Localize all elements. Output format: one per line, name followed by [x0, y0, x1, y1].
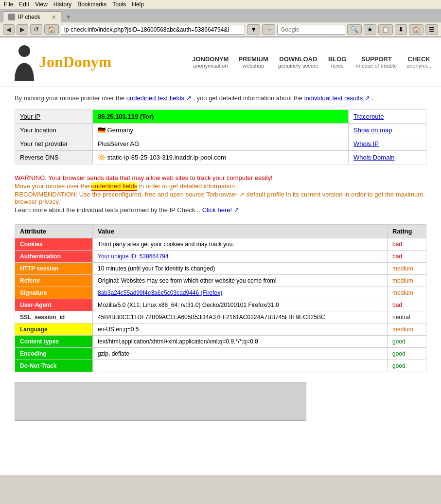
nav-jondonym-sub: anonymisation — [192, 63, 229, 69]
nav-check[interactable]: CHECK anonymi... — [406, 55, 431, 69]
menu-file[interactable]: File — [4, 1, 13, 8]
download-button[interactable]: ⬇ — [395, 24, 407, 35]
dropdown-button[interactable]: ▼ — [247, 24, 260, 35]
attr-name-cell: Authentication — [15, 251, 93, 263]
your-ip-value: 85.25.103.119 (Tor) — [93, 110, 349, 124]
nav-download[interactable]: DOWNLOAD genuinely secure — [278, 55, 318, 69]
logo-figure — [10, 42, 39, 81]
table-row: Languageen-US,en;q=0.5medium — [15, 324, 426, 336]
location-value: 🇩🇪 Germany — [93, 124, 349, 137]
attr-value-cell — [93, 360, 388, 372]
traceroute-link[interactable]: Traceroute — [349, 110, 426, 124]
attr-value-cell: gzip, deflate — [93, 348, 388, 360]
table-row: Encodinggzip, deflategood — [15, 348, 426, 360]
warning-line2: Move your mouse over the underlined fiel… — [15, 182, 426, 190]
attr-value-cell: Mozilla/5.0 (X11; Linux x86_64; rv:31.0)… — [93, 299, 388, 311]
search-engine-button[interactable]: 🔍 — [347, 24, 362, 35]
bookmark-manager-button[interactable]: 📋 — [378, 24, 393, 35]
location-label: Your location — [15, 124, 93, 137]
attr-value-cell[interactable]: 8ab3a24c55ad99f4e3a6e5c03cad9446 (Firefo… — [93, 287, 388, 299]
attr-table: Attribute Value Rating CookiesThird part… — [15, 224, 426, 372]
refresh-button[interactable]: ↺ — [30, 24, 42, 35]
attr-name-cell: Signature — [15, 287, 93, 299]
forward-button[interactable]: ▶ — [17, 24, 28, 35]
attr-value-cell: 45B4BB0CC11DF72B09AC1EA605B53D4A37FF2161… — [93, 311, 388, 324]
warning-before: Move your mouse over the — [15, 182, 91, 190]
click-here-link[interactable]: Click here! ↗ — [202, 206, 239, 214]
attr-rating-cell: good — [388, 360, 426, 372]
whois-ip-link[interactable]: Whois IP — [349, 137, 426, 151]
nav-support-sub: in case of trouble — [356, 63, 397, 69]
browser-tab[interactable]: IP check ✕ — [3, 11, 61, 22]
attr-value-cell: Third party sites get your cookies and m… — [93, 238, 388, 251]
table-row: SSL_session_id45B4BB0CC11DF72B09AC1EA605… — [15, 311, 426, 324]
table-row: Signature8ab3a24c55ad99f4e3a6e5c03cad944… — [15, 287, 426, 299]
menu-button[interactable]: ☰ — [425, 24, 438, 35]
whois-domain-link[interactable]: Whois Domain — [349, 151, 426, 164]
nav-download-sub: genuinely secure — [278, 63, 318, 69]
home-button[interactable]: 🏠 — [44, 24, 59, 35]
attr-rating-cell: medium — [388, 275, 426, 287]
logo-area: JonDonym — [10, 42, 111, 81]
info-section: By moving your mouse pointer over the un… — [0, 87, 441, 109]
provider-label: Your net provider — [15, 137, 93, 151]
logo-text: JonDonym — [39, 53, 111, 71]
svg-point-0 — [18, 45, 30, 57]
nav-support[interactable]: SUPPORT in case of trouble — [356, 55, 397, 69]
go-button[interactable]: → — [262, 24, 275, 35]
menu-tools[interactable]: Tools — [112, 1, 126, 8]
nav-blog[interactable]: BLOG news — [328, 55, 347, 69]
tab-favicon — [8, 14, 15, 20]
site-header: JonDonym JONDONYM anonymisation PREMIUM … — [0, 37, 441, 87]
info-middle: , you get detailed information about the — [193, 94, 304, 102]
individual-results-link[interactable]: individual test results ↗ — [304, 94, 370, 102]
tab-bar: IP check ✕ + — [0, 9, 441, 22]
info-after: . — [372, 94, 374, 102]
menu-view[interactable]: View — [35, 1, 48, 8]
attr-name-cell: SSL_session_id — [15, 311, 93, 324]
menu-history[interactable]: History — [53, 1, 71, 8]
logo-silhouette — [10, 42, 39, 81]
reverse-dns-value: 🔆 static-ip-85-25-103-319.inaddr.ip-pool… — [93, 151, 349, 164]
warning-after: in order to get detailed information. — [139, 182, 237, 190]
table-row: AuthenticationYour unique ID: 538664794b… — [15, 251, 426, 263]
nav-jondonym[interactable]: JONDONYM anonymisation — [192, 55, 229, 69]
table-row: HTTP session10 minutes (until your Tor i… — [15, 263, 426, 275]
attr-rating-cell: medium — [388, 263, 426, 275]
url-input[interactable] — [61, 25, 245, 35]
site-nav: JONDONYM anonymisation PREMIUM webshop D… — [192, 55, 431, 69]
home-nav-button[interactable]: 🏠 — [409, 24, 423, 35]
attr-rating-cell: medium — [388, 287, 426, 299]
table-row: Do-Not-Trackgood — [15, 360, 426, 372]
menu-bookmarks[interactable]: Bookmarks — [77, 1, 106, 8]
torbrowser-link[interactable]: Torbrowser ↗ — [206, 191, 245, 198]
underlined-fields-link[interactable]: underlined text fields ↗ — [126, 94, 192, 102]
new-tab-button[interactable]: + — [63, 12, 73, 22]
learn-more-text: Learn more about the individual tests pe… — [15, 206, 426, 214]
table-row: User-AgentMozilla/5.0 (X11; Linux x86_64… — [15, 299, 426, 311]
menu-edit[interactable]: Edit — [19, 1, 29, 8]
tab-close-button[interactable]: ✕ — [52, 14, 56, 20]
nav-blog-sub: news — [328, 63, 347, 69]
attr-rating-cell: bad — [388, 238, 426, 251]
menu-help[interactable]: Help — [132, 1, 144, 8]
footer-area — [0, 372, 441, 431]
back-button[interactable]: ◀ — [3, 24, 15, 35]
provider-value: PlusServer AG — [93, 137, 349, 151]
bookmark-button[interactable]: ★ — [364, 24, 376, 35]
nav-support-title: SUPPORT — [356, 55, 397, 63]
show-on-map-link[interactable]: Show on map — [349, 124, 426, 137]
your-ip-label: Your IP — [15, 110, 93, 124]
nav-premium[interactable]: PREMIUM webshop — [238, 55, 268, 69]
logo-d: D — [63, 53, 74, 71]
attr-name-cell: Referer — [15, 275, 93, 287]
attr-table-header: Attribute Value Rating — [15, 225, 426, 238]
attr-table-wrap: Attribute Value Rating CookiesThird part… — [0, 224, 441, 372]
attr-name-cell: HTTP session — [15, 263, 93, 275]
search-input[interactable] — [277, 25, 345, 35]
nav-download-title: DOWNLOAD — [278, 55, 318, 63]
attr-value-cell: en-US,en;q=0.5 — [93, 324, 388, 336]
attr-rating-cell: bad — [388, 299, 426, 311]
attr-value-cell[interactable]: Your unique ID: 538664794 — [93, 251, 388, 263]
attr-name-cell: Do-Not-Track — [15, 360, 93, 372]
